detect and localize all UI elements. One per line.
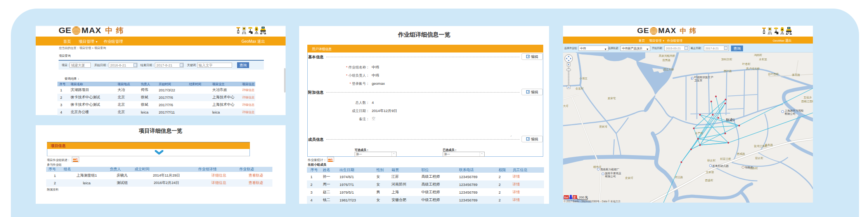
svg-text:后条路: 后条路	[765, 144, 773, 147]
svg-text:史家圩: 史家圩	[625, 177, 633, 180]
svg-text:有限公司: 有限公司	[605, 175, 616, 178]
svg-text:夏家宅: 夏家宅	[608, 97, 616, 100]
svg-text:迎农村: 迎农村	[755, 157, 763, 160]
svg-text:Bai: Bai	[564, 196, 568, 199]
svg-text:叶巷村: 叶巷村	[742, 63, 750, 66]
svg-text:高家湾船闸桥: 高家湾船闸桥	[659, 54, 675, 58]
svg-text:加时尔村: 加时尔村	[721, 58, 732, 61]
svg-text:卫: 卫	[691, 77, 693, 80]
svg-text:明教寺: 明教寺	[745, 166, 753, 169]
svg-text:水产村: 水产村	[695, 132, 703, 135]
svg-text:五角村幼儿园: 五角村幼儿园	[712, 164, 729, 168]
svg-text:清江大桥: 清江大桥	[663, 68, 674, 71]
svg-text:合叶西桥: 合叶西桥	[768, 73, 779, 76]
svg-text:诗法路: 诗法路	[675, 176, 683, 179]
svg-text:有限公司: 有限公司	[785, 112, 795, 115]
svg-text:大圩: 大圩	[563, 105, 568, 107]
svg-text:度: 度	[573, 196, 576, 199]
svg-text:国南辛星纸业: 国南辛星纸业	[605, 172, 621, 175]
svg-text:惠南斯力模塑厂: 惠南斯力模塑厂	[600, 168, 619, 171]
svg-text:轨迹1: 轨迹1	[726, 118, 735, 122]
svg-text:水村里: 水村里	[759, 58, 767, 61]
svg-text:体育路: 体育路	[792, 73, 800, 77]
svg-text:高户湾元桥: 高户湾元桥	[746, 67, 760, 70]
svg-text:上海易学习驾校: 上海易学习驾校	[785, 109, 804, 112]
svg-text:莲秀路: 莲秀路	[662, 59, 670, 62]
svg-text:转富江桥: 转富江桥	[720, 157, 731, 161]
svg-text:西横江西桥: 西横江西桥	[801, 100, 813, 103]
svg-text:西盛村: 西盛村	[705, 179, 713, 182]
svg-text:五福乡: 五福乡	[804, 96, 812, 99]
svg-text:200 米: 200 米	[579, 196, 588, 199]
svg-text:叶镇附设医疗户: 叶镇附设医疗户	[694, 76, 713, 79]
svg-text:金屋村: 金屋村	[575, 87, 584, 90]
svg-text:小湖王: 小湖王	[579, 77, 587, 80]
svg-text:西叶路: 西叶路	[724, 70, 732, 73]
svg-text:冯阳村: 冯阳村	[754, 54, 762, 57]
svg-text:西咸路: 西咸路	[737, 152, 745, 156]
svg-text:© 2017 Baidu - 39(2016)2089号 -: © 2017 Baidu - 39(2016)2089号 - Data © 长地…	[564, 200, 621, 203]
svg-text:联农村: 联农村	[707, 159, 716, 162]
svg-text:卫生室: 卫生室	[694, 79, 702, 82]
svg-text:货家湾: 货家湾	[599, 125, 607, 128]
svg-text:王家塘: 王家塘	[706, 171, 714, 174]
